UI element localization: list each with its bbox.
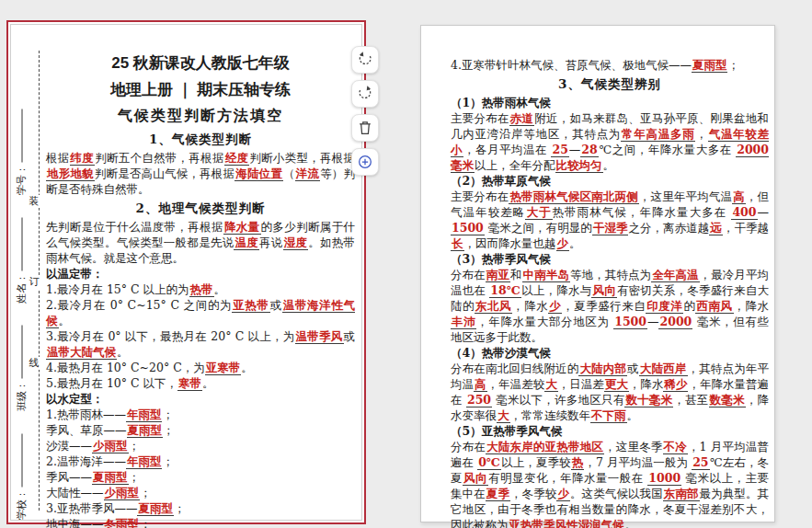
answer-blank: 大陆东岸的亚热带地区 [486,440,604,454]
answer-blank: 250 [466,393,492,407]
rotate-cw-icon [356,85,374,103]
answer-blank: 1500 [451,221,485,235]
rotate-ccw-button[interactable] [351,46,379,74]
answer-blank: 夏雨型 [127,423,164,438]
answer-blank: 亚热带 [232,298,269,313]
paragraph: 沙漠——少雨型； [46,438,355,453]
answer-blank: 赤道 [509,111,535,126]
zoom-in-button[interactable] [351,148,379,176]
answer-blank: 热带雨林气候区南北两侧 [509,189,638,204]
answer-blank: 夏雨型 [92,470,129,485]
paragraph: 分布在南北回归线附近的大陆内部或大陆西岸，其特点为年平均温高，年温差较大，日温差… [451,361,769,423]
answer-blank: 温带季风 [295,329,344,344]
answer-blank: 大 [497,408,510,423]
trash-icon [356,119,374,137]
answer-blank: 亚热带季风性湿润气候 [509,518,625,528]
answer-blank: 不下雨 [590,408,627,423]
paragraph: 3.亚热带季风——夏雨型； [46,500,355,516]
answer-blank: 数十毫米 [624,393,673,407]
paragraph: （3）热带季风气候 [451,251,769,267]
answer-blank: 降水量 [223,220,261,235]
answer-blank: 1500 [613,315,647,329]
paragraph: 1.最冷月在 15° C 以上的为热带。 [46,281,355,297]
answer-blank: 风向 [463,471,488,486]
answer-blank: 28 [580,143,598,157]
answer-blank: 少雨型 [92,439,129,453]
paragraph: 大陆性——少雨型； [46,485,355,500]
student-info-field: 学号： [15,102,29,203]
student-info-field: 学校： [15,427,29,528]
answer-blank: 比较均匀 [555,158,603,173]
answer-blank: 湿度 [283,235,309,250]
answer-blank: 0℃ [477,455,501,470]
answer-blank: 地形地貌 [46,166,95,181]
answer-blank: 东南部 [663,487,700,501]
answer-blank: 夏雨型 [137,501,174,516]
paragraph: 根据纬度判断五个自然带，再根据经度判断小类型，再根据地形地貌判断是否高山气候，再… [46,150,355,197]
paragraph: （4）热带沙漠气候 [451,345,769,361]
answer-blank: 2000 [658,315,692,329]
delete-button[interactable] [351,114,379,142]
answer-blank: 全年高温 [651,268,699,282]
binding-char: 线 [28,357,40,370]
answer-blank: 中南半岛 [522,268,570,282]
paragraph: 地中海——冬雨型； [46,516,355,528]
doc-title-line: 地理上册 ｜ 期末压轴专练 [46,76,355,103]
answer-blank: 年雨型 [126,454,163,469]
paragraph: 季风、草原——夏雨型； [46,422,355,438]
doc-title-line: 25 秋新课改人教版七年级 [46,50,355,76]
answer-blank: 400 [731,205,757,220]
answer-blank: 纬度 [70,151,96,166]
answer-blank: 18℃ [489,283,521,298]
blank-line [21,218,23,271]
binding-char: 装 [28,195,40,208]
answer-blank: 25 [551,143,568,157]
answer-blank: 亚寒带 [205,361,242,375]
paragraph: 以水定型： [46,391,355,407]
blank-line [21,326,23,379]
answer-blank: 数毫米 [709,393,746,407]
paragraph: 4.最热月在 10° C~20° C，为亚寒带。 [46,360,355,375]
paragraph: 主要分布在热带雨林气候区南北两侧，这里年平均气温高，但气温年较差略大于热带雨林气… [451,189,769,251]
left-page-content: 25 秋新课改人教版七年级地理上册 ｜ 期末压轴专练气候类型判断方法填空1、气候… [46,50,355,528]
paragraph: （1）热带雨林气候 [451,95,769,110]
answer-blank: 经度 [224,151,250,166]
answer-blank: 年雨型 [126,407,163,422]
answer-blank: 西南风 [695,299,733,314]
student-info-field: 姓名： [15,211,29,312]
paragraph: 分布在南亚和中南半岛等地，其特点为全年高温，最冷月平均温也在 18℃以上，降水与… [451,267,769,345]
answer-blank: 常年高温多雨 [621,127,695,142]
blank-line [21,434,23,488]
answer-blank: 少雨型 [104,486,141,500]
answer-blank: 洋流 [295,166,320,181]
answer-blank: 长 [451,236,464,251]
paragraph: 1.热带雨林——年雨型； [46,407,355,422]
answer-blank: 夏季 [486,487,510,501]
answer-blank: 少 [556,236,570,251]
worksheet-page-2[interactable]: 4.亚寒带针叶林气候、苔原气候、极地气候——夏雨型；3、气候类型辨别（1）热带雨… [420,25,775,522]
answer-blank: 不冷 [663,440,688,454]
answer-blank: 少 [556,487,570,501]
paragraph: （5）亚热带季风气候 [451,423,769,439]
worksheet-page-1[interactable]: 装订线 学号：姓名：班级：学校： 25 秋新课改人教版七年级地理上册 ｜ 期末压… [6,20,366,524]
answer-blank: 温度 [234,235,259,250]
rotate-cw-button[interactable] [351,80,379,108]
paragraph: 2.最冷月在 0° C~15° C 之间的为亚热带或温带海洋性气候。 [46,297,355,328]
paragraph: 2.温带海洋——年雨型； [46,453,355,469]
answer-blank: 高 [732,189,746,204]
answer-blank: 海陆位置 [234,166,283,181]
binding-char: 订 [28,276,40,289]
answer-blank: 丰沛 [451,315,476,329]
section-heading: 3、气候类型辨别 [451,74,769,95]
answer-blank: 远 [709,221,723,235]
section-heading: 1、气候类型判断 [46,129,355,150]
right-page-content: 4.亚寒带针叶林气候、苔原气候、极地气候——夏雨型；3、气候类型辨别（1）热带雨… [451,57,769,528]
paragraph: 以温定带： [46,266,355,281]
answer-blank: 温带大陆气候 [46,345,117,360]
answer-blank: 大 [544,377,558,392]
answer-blank: 风向 [591,283,616,298]
student-info-field: 班级： [15,318,29,419]
answer-blank: 少 [548,299,562,314]
answer-blank: 印度洋 [646,299,683,314]
zoom-in-icon [356,153,374,171]
